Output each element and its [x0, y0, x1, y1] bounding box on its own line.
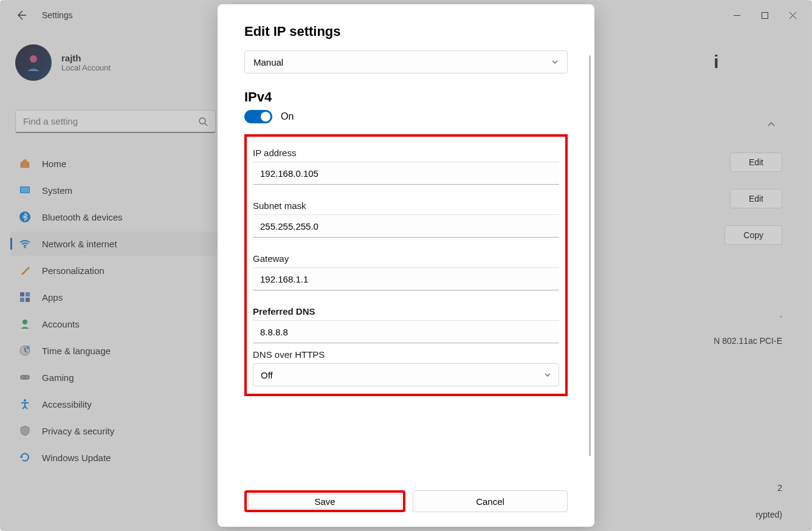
dns-label: Preferred DNS: [253, 306, 559, 317]
modal-body: Edit IP settings Manual IPv4 On IP addre…: [218, 4, 594, 481]
select-value: Manual: [253, 57, 283, 67]
dns-input[interactable]: [253, 320, 559, 343]
modal-overlay: Edit IP settings Manual IPv4 On IP addre…: [1, 1, 811, 530]
ip-address-input[interactable]: [253, 162, 559, 185]
select-value: Off: [261, 370, 273, 380]
ip-address-label: IP address: [253, 148, 559, 158]
ip-mode-select[interactable]: Manual: [244, 50, 568, 74]
subnet-input[interactable]: [253, 214, 559, 238]
ipv4-label: IPv4: [244, 89, 568, 105]
save-button[interactable]: Save: [248, 494, 402, 509]
chevron-down-icon: [544, 371, 551, 379]
modal-title: Edit IP settings: [244, 24, 568, 39]
doh-select[interactable]: Off: [253, 363, 559, 386]
gateway-input[interactable]: [253, 267, 559, 290]
toggle-knob: [261, 112, 270, 122]
edit-ip-modal: Edit IP settings Manual IPv4 On IP addre…: [218, 4, 594, 527]
ip-fields-highlight: IP address Subnet mask Gateway Preferred…: [244, 134, 568, 396]
save-highlight: Save: [244, 490, 405, 512]
doh-label: DNS over HTTPS: [253, 349, 559, 360]
gateway-label: Gateway: [253, 253, 559, 264]
ipv4-toggle-row: On: [244, 110, 568, 123]
ipv4-toggle[interactable]: [244, 110, 272, 123]
subnet-label: Subnet mask: [253, 200, 559, 211]
settings-window: Settings rajth Local Account Home System…: [0, 0, 812, 531]
toggle-state-label: On: [281, 111, 294, 122]
modal-footer: Save Cancel: [218, 481, 594, 527]
scrollbar[interactable]: [589, 55, 591, 456]
cancel-button[interactable]: Cancel: [413, 490, 568, 512]
chevron-down-icon: [551, 58, 559, 66]
